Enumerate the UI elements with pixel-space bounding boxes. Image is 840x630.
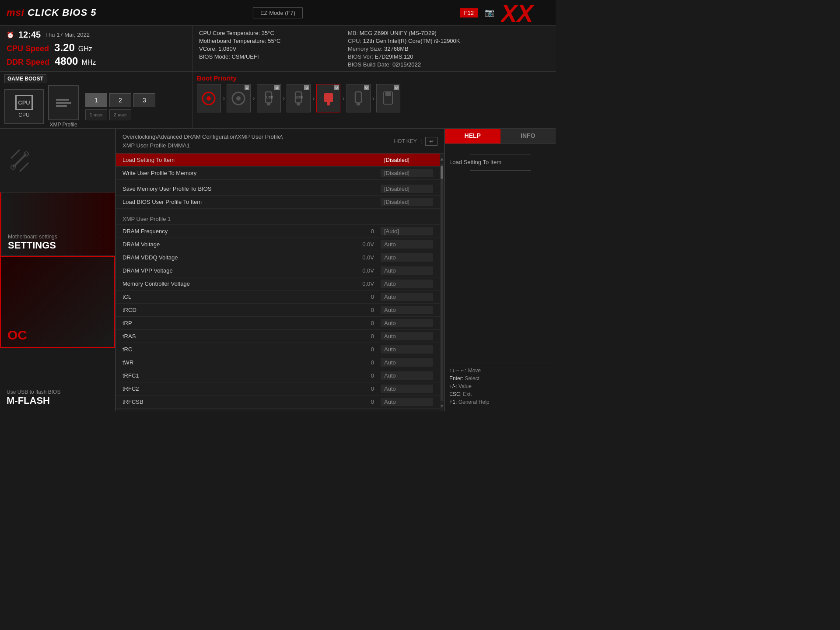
boot-item-2[interactable]: U: [227, 84, 251, 112]
setting-row-13[interactable]: tRCD 0 Auto: [116, 304, 440, 317]
setting-row-12[interactable]: tCL 0 Auto: [116, 290, 440, 304]
setting-name-14: tRP: [122, 320, 339, 326]
sidebar: Motherboard settings SETTINGS OC Use USB…: [0, 129, 116, 411]
xmp-num-3[interactable]: 3: [133, 93, 155, 107]
clock-icon: ⏰: [7, 32, 14, 38]
setting-row-1[interactable]: Write User Profile To Memory [Disabled]: [116, 167, 440, 180]
setting-value-13: Auto: [381, 306, 433, 314]
setting-value-19: Auto: [381, 385, 433, 393]
setting-row-19[interactable]: tRFC2 0 Auto: [116, 382, 440, 396]
setting-row-14[interactable]: tRP 0 Auto: [116, 317, 440, 330]
main-area: Motherboard settings SETTINGS OC Use USB…: [0, 129, 556, 411]
cpu-speed-value: 3.20: [54, 42, 75, 54]
xmp-user-2[interactable]: 2 user: [109, 109, 131, 120]
clock-date: Thu 17 Mar, 2022: [45, 32, 90, 38]
setting-row-8[interactable]: DRAM Voltage 0.0V Auto: [116, 238, 440, 251]
settings-main-label: SETTINGS: [8, 240, 108, 251]
setting-value-12: Auto: [381, 293, 433, 301]
setting-value-9: Auto: [381, 253, 433, 262]
boot-item-3[interactable]: U USB: [257, 84, 281, 112]
ddr-speed-label: DDR Speed: [7, 58, 49, 67]
top-right-area: F12 📷: [460, 8, 494, 18]
vcore: VCore: 1.080V: [199, 46, 334, 52]
back-button[interactable]: ↩: [425, 137, 438, 146]
settings-table: Load Setting To Item [Disabled] Write Us…: [116, 154, 440, 411]
memory-size: Memory Size: 32768MB: [348, 46, 549, 52]
tab-info[interactable]: INFO: [500, 129, 556, 144]
setting-row-3[interactable]: Save Memory User Profile To BIOS [Disabl…: [116, 182, 440, 196]
setting-row-10[interactable]: DRAM VPP Voltage 0.0V Auto: [116, 264, 440, 277]
setting-row-18[interactable]: tRFC1 0 Auto: [116, 369, 440, 382]
setting-row-16[interactable]: tRC 0 Auto: [116, 343, 440, 356]
f12-button[interactable]: F12: [460, 8, 478, 18]
setting-row-7[interactable]: DRAM Frequency 0 [Auto]: [116, 225, 440, 238]
breadcrumb-bar: Overclocking\Advanced DRAM Configuration…: [116, 129, 444, 154]
clock-time: 12:45: [18, 30, 41, 40]
sidebar-mflash-item[interactable]: Use USB to flash BIOS M-FLASH: [0, 348, 115, 411]
boot-item-7[interactable]: U: [376, 84, 400, 112]
setting-row-15[interactable]: tRAS 0 Auto: [116, 330, 440, 343]
boot-item-1[interactable]: [197, 84, 221, 112]
tools-icon: [7, 147, 33, 174]
bios-version: BIOS Ver: E7D29IMS.120: [348, 53, 549, 60]
mb-name: MB: MEG Z690I UNIFY (MS-7D29): [348, 30, 549, 36]
setting-value-7: [Auto]: [381, 227, 433, 235]
xmp-num-1[interactable]: 1: [85, 93, 107, 107]
scroll-up-arrow[interactable]: ▲: [439, 156, 444, 162]
svg-text:USB: USB: [296, 95, 303, 99]
setting-name-18: tRFC1: [122, 372, 339, 379]
boot-badge-7: U: [394, 85, 399, 90]
xmp-num-2[interactable]: 2: [109, 93, 131, 107]
setting-name-11: Memory Controller Voltage: [122, 280, 339, 287]
setting-name-9: DRAM VDDQ Voltage: [122, 254, 339, 261]
boot-item-6[interactable]: U: [346, 84, 371, 112]
setting-value-small-15: 0: [339, 333, 374, 340]
setting-row-11[interactable]: Memory Controller Voltage 0.0V Auto: [116, 277, 440, 290]
boot-badge-6: U: [364, 85, 369, 90]
boot-badge-3: U: [274, 85, 280, 90]
sidebar-settings-item[interactable]: Motherboard settings SETTINGS: [0, 192, 115, 256]
setting-name-1: Write User Profile To Memory: [122, 170, 339, 176]
xmp-profile-label: XMP Profile: [49, 122, 77, 128]
help-content: Load Setting To Item: [445, 144, 556, 260]
setting-row-20[interactable]: tRFCSB 0 Auto: [116, 396, 440, 409]
boot-item-4[interactable]: U USB: [287, 84, 311, 112]
svg-line-19: [20, 163, 28, 172]
setting-value-4: [Disabled]: [381, 198, 433, 206]
setting-value-small-10: 0.0V: [339, 267, 374, 274]
help-keys: ↑↓→←: MoveEnter: Select+/-: ValueESC: Ex…: [445, 363, 556, 411]
setting-row-17[interactable]: tWR 0 Auto: [116, 356, 440, 369]
cpu-temp: CPU Core Temperature: 35°C: [199, 30, 334, 36]
boot-items-list: › U › U USB › U USB › U ›: [197, 84, 551, 112]
screenshot-icon[interactable]: 📷: [485, 8, 494, 18]
setting-value-15: Auto: [381, 332, 433, 340]
setting-row-9[interactable]: DRAM VDDQ Voltage 0.0V Auto: [116, 251, 440, 264]
scrollbar-thumb[interactable]: [441, 166, 443, 179]
msi-logo: msi CLICK BIOS 5: [7, 7, 97, 18]
sidebar-oc-item[interactable]: OC: [0, 256, 115, 348]
help-key-3: ESC: Exit: [449, 391, 551, 397]
hotkey-area: HOT KEY | ↩: [394, 137, 438, 146]
setting-name-13: tRCD: [122, 307, 339, 313]
svg-text:XX: XX: [501, 2, 535, 24]
xmp-profile-icon[interactable]: [48, 85, 79, 120]
boot-item-5[interactable]: U: [316, 84, 340, 112]
setting-row-21[interactable]: Command Rate 0 Auto: [116, 409, 440, 411]
setting-name-19: tRFC2: [122, 385, 339, 392]
sidebar-tools-area: [0, 129, 115, 192]
setting-row-4[interactable]: Load BIOS User Profile To Item [Disabled…: [116, 196, 440, 209]
scrollbar[interactable]: ▲ ▼: [440, 154, 444, 411]
ez-mode-button[interactable]: EZ Mode (F7): [253, 7, 303, 18]
setting-value-small-8: 0.0V: [339, 241, 374, 248]
cpu-boost-label: CPU: [18, 112, 29, 118]
setting-row-0[interactable]: Load Setting To Item [Disabled]: [116, 154, 440, 167]
setting-value-small-12: 0: [339, 294, 374, 300]
boot-priority-title: Boot Priority: [197, 74, 551, 82]
tab-help[interactable]: HELP: [445, 129, 500, 144]
cpu-boost-button[interactable]: CPU CPU: [4, 89, 44, 124]
xmp-user-1[interactable]: 1 user: [85, 109, 107, 120]
xmp-number-controls: 1 2 3 1 user 2 user: [85, 93, 155, 120]
svg-rect-12: [327, 102, 330, 105]
scroll-down-arrow[interactable]: ▼: [439, 403, 444, 409]
setting-value-11: Auto: [381, 280, 433, 288]
